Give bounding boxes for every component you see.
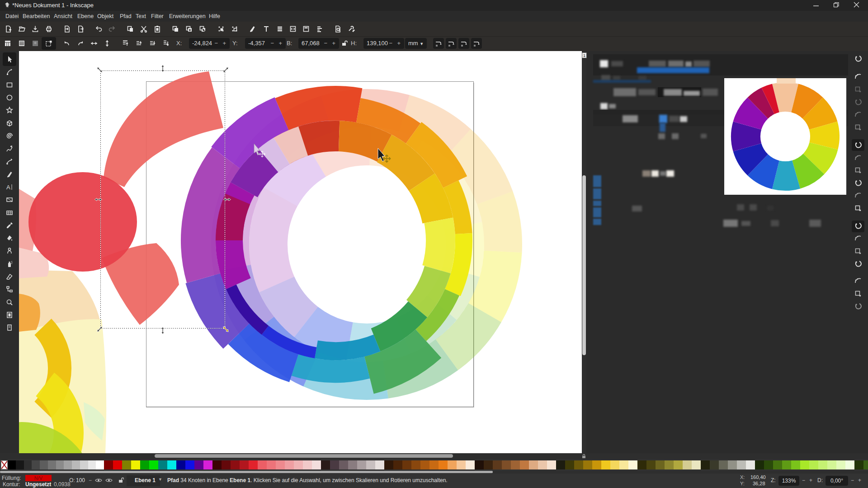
svg-text:A: A [6,184,10,191]
